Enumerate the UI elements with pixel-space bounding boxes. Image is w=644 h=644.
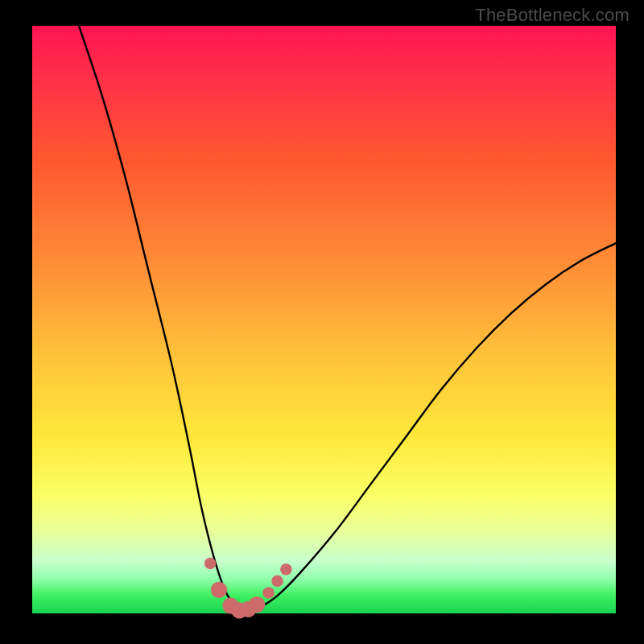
chart-frame: TheBottleneck.com <box>0 0 644 644</box>
marker-dot <box>262 587 275 599</box>
marker-dot <box>204 558 217 570</box>
watermark-text: TheBottleneck.com <box>475 5 630 26</box>
marker-dot <box>280 564 292 576</box>
marker-dot <box>249 597 265 613</box>
marker-dot <box>211 582 227 598</box>
marker-dot <box>271 576 283 588</box>
plot-area <box>32 26 616 613</box>
bottleneck-curve <box>79 26 616 613</box>
chart-svg <box>32 26 616 613</box>
